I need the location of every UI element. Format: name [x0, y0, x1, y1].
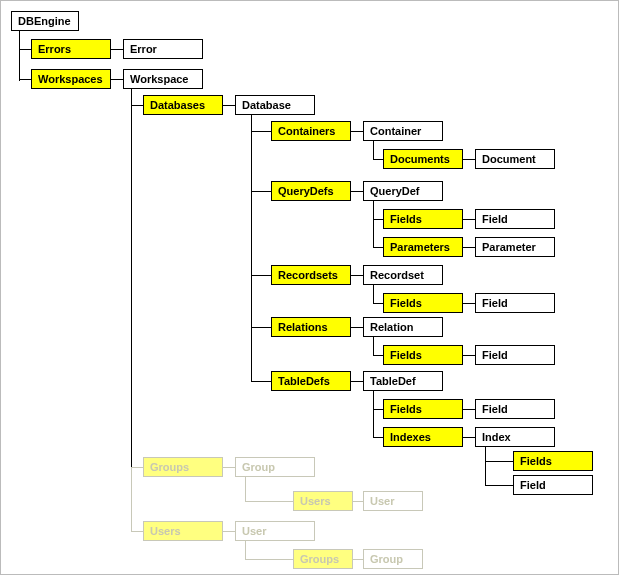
- node-recordset-field: Field: [475, 293, 555, 313]
- node-index-fields-collection: Fields: [513, 451, 593, 471]
- node-users-collection: Users: [143, 521, 223, 541]
- node-index: Index: [475, 427, 555, 447]
- node-tabledef: TableDef: [363, 371, 443, 391]
- node-dbengine: DBEngine: [11, 11, 79, 31]
- node-document: Document: [475, 149, 555, 169]
- node-user: User: [235, 521, 315, 541]
- node-workspace: Workspace: [123, 69, 203, 89]
- node-group-user: User: [363, 491, 423, 511]
- node-relations-collection: Relations: [271, 317, 351, 337]
- node-recordset-fields-collection: Fields: [383, 293, 463, 313]
- node-querydef-fields-collection: Fields: [383, 209, 463, 229]
- node-databases-collection: Databases: [143, 95, 223, 115]
- node-parameters-collection: Parameters: [383, 237, 463, 257]
- node-groups-collection: Groups: [143, 457, 223, 477]
- node-tabledef-field: Field: [475, 399, 555, 419]
- node-querydef-field: Field: [475, 209, 555, 229]
- node-user-group: Group: [363, 549, 423, 569]
- node-relation-fields-collection: Fields: [383, 345, 463, 365]
- node-group-users-collection: Users: [293, 491, 353, 511]
- node-relation: Relation: [363, 317, 443, 337]
- node-querydefs-collection: QueryDefs: [271, 181, 351, 201]
- node-recordsets-collection: Recordsets: [271, 265, 351, 285]
- dao-object-model-diagram: DBEngine Errors Error Workspaces Workspa…: [0, 0, 619, 575]
- node-parameter: Parameter: [475, 237, 555, 257]
- node-tabledef-fields-collection: Fields: [383, 399, 463, 419]
- node-documents-collection: Documents: [383, 149, 463, 169]
- node-group: Group: [235, 457, 315, 477]
- node-user-groups-collection: Groups: [293, 549, 353, 569]
- node-tabledefs-collection: TableDefs: [271, 371, 351, 391]
- node-container: Container: [363, 121, 443, 141]
- node-workspaces-collection: Workspaces: [31, 69, 111, 89]
- node-recordset: Recordset: [363, 265, 443, 285]
- node-indexes-collection: Indexes: [383, 427, 463, 447]
- node-errors-collection: Errors: [31, 39, 111, 59]
- node-relation-field: Field: [475, 345, 555, 365]
- node-database: Database: [235, 95, 315, 115]
- node-containers-collection: Containers: [271, 121, 351, 141]
- node-index-field: Field: [513, 475, 593, 495]
- node-error: Error: [123, 39, 203, 59]
- node-querydef: QueryDef: [363, 181, 443, 201]
